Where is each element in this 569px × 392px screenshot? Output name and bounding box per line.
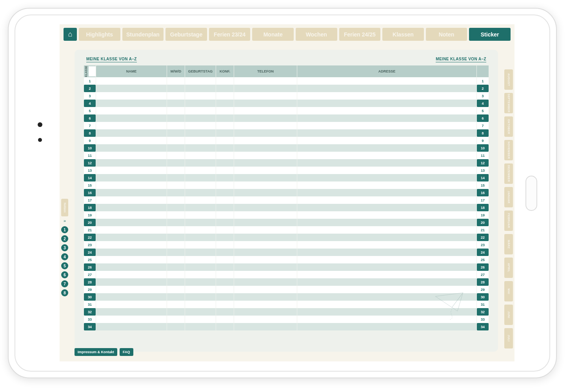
table-row[interactable]: 2929 — [84, 286, 489, 293]
table-row[interactable]: 3333 — [84, 316, 489, 323]
cell-name — [96, 129, 167, 137]
table-row[interactable]: 99 — [84, 137, 489, 144]
cell-name — [96, 77, 167, 85]
table-row[interactable]: 22 — [84, 85, 489, 92]
class-tab-5[interactable]: 5 — [61, 262, 68, 269]
cell-num: 31 — [84, 301, 96, 308]
month-tab-november[interactable]: NOVEMBER — [504, 140, 513, 160]
home-button[interactable]: ⌂ — [64, 28, 77, 41]
cell-name — [96, 152, 167, 159]
cell-geb — [185, 293, 216, 301]
cell-geb — [185, 256, 216, 263]
month-tab-oktober[interactable]: OKTOBER — [504, 116, 513, 137]
col-num-right — [477, 65, 489, 77]
table-row[interactable]: 1616 — [84, 189, 489, 196]
table-row[interactable]: 55 — [84, 107, 489, 114]
class-tab-1[interactable]: 1 — [61, 226, 68, 233]
table-row[interactable]: 2323 — [84, 241, 489, 249]
tab-wochen[interactable]: Wochen — [296, 28, 337, 41]
tab-sticker[interactable]: Sticker — [469, 28, 511, 41]
cell-konf — [216, 323, 234, 330]
table-row[interactable]: 2222 — [84, 234, 489, 241]
month-tab-januar[interactable]: JANUAR — [504, 187, 513, 207]
month-tab-juni[interactable]: JUNI — [504, 305, 513, 325]
month-tab-september[interactable]: SEPTEMBER — [504, 93, 513, 113]
cell-tel — [234, 196, 297, 204]
table-row[interactable]: 2020 — [84, 219, 489, 226]
month-tab-märz[interactable]: MÄRZ — [504, 234, 513, 254]
table-row[interactable]: 2727 — [84, 271, 489, 278]
tab-noten[interactable]: Noten — [426, 28, 467, 41]
table-row[interactable]: 66 — [84, 114, 489, 122]
table-row[interactable]: 2121 — [84, 226, 489, 234]
month-tab-april[interactable]: APRIL — [504, 258, 513, 278]
cell-num-r: 21 — [477, 226, 489, 234]
table-row[interactable]: 1515 — [84, 181, 489, 189]
table-row[interactable]: 88 — [84, 129, 489, 137]
cell-mwd — [167, 226, 185, 234]
month-tab-februar[interactable]: FEBRUAR — [504, 211, 513, 231]
tab-ferien-24-25[interactable]: Ferien 24/25 — [339, 28, 381, 41]
table-row[interactable]: 2626 — [84, 263, 489, 271]
tablet-home-button[interactable] — [525, 176, 537, 211]
class-tab-8[interactable]: 8 — [61, 289, 68, 296]
table-row[interactable]: 1818 — [84, 204, 489, 211]
month-tab-dezember[interactable]: DEZEMBER — [504, 163, 513, 184]
faq-link[interactable]: FAQ — [120, 348, 133, 356]
cell-konf — [216, 129, 234, 137]
table-row[interactable]: 1414 — [84, 174, 489, 181]
impressum-link[interactable]: Impressum & Kontakt — [75, 348, 117, 356]
table-row[interactable]: 1919 — [84, 211, 489, 219]
notizen-tab[interactable]: Notizen — [61, 199, 68, 216]
tab-klassen[interactable]: Klassen — [382, 28, 424, 41]
table-row[interactable]: 1717 — [84, 196, 489, 204]
tab-geburtstage[interactable]: Geburtstage — [165, 28, 207, 41]
cell-tel — [234, 189, 297, 196]
cell-name — [96, 85, 167, 92]
cell-name — [96, 100, 167, 107]
tab-stundenplan[interactable]: Stundenplan — [122, 28, 164, 41]
cell-tel — [234, 308, 297, 316]
table-row[interactable]: 1111 — [84, 152, 489, 159]
table-row[interactable]: 77 — [84, 122, 489, 129]
month-tab-mai[interactable]: MAI — [504, 281, 513, 301]
table-row[interactable]: 2828 — [84, 278, 489, 286]
cell-geb — [185, 114, 216, 122]
class-tab-7[interactable]: 7 — [61, 280, 68, 287]
tablet-frame: ⌂ HighlightsStundenplanGeburtstageFerien… — [8, 8, 557, 378]
cell-num-r: 24 — [477, 249, 489, 256]
month-tab-juli[interactable]: JULI — [504, 328, 513, 348]
cell-num: 21 — [84, 226, 96, 234]
table-row[interactable]: 3232 — [84, 308, 489, 316]
table-row[interactable]: 3434 — [84, 323, 489, 330]
table-row[interactable]: 44 — [84, 100, 489, 107]
cell-tel — [234, 323, 297, 330]
col-klasse: KLASSE — [84, 65, 96, 77]
tab-highlights[interactable]: Highlights — [79, 28, 120, 41]
class-tab-2[interactable]: 2 — [61, 235, 68, 242]
class-tab-4[interactable]: 4 — [61, 253, 68, 260]
month-tab-august[interactable]: AUGUST — [504, 69, 513, 90]
cell-konf — [216, 189, 234, 196]
cell-tel — [234, 77, 297, 85]
table-row[interactable]: 1212 — [84, 159, 489, 167]
table-row[interactable]: 1010 — [84, 144, 489, 152]
class-tab-3[interactable]: 3 — [61, 244, 68, 251]
table-row[interactable]: 33 — [84, 92, 489, 100]
class-tab-6[interactable]: 6 — [61, 271, 68, 278]
table-row[interactable]: 11 — [84, 77, 489, 85]
arrow-tab[interactable]: » — [61, 218, 68, 224]
klasse-input-box[interactable] — [89, 66, 96, 76]
cell-adr — [297, 234, 476, 241]
cell-num: 30 — [84, 293, 96, 301]
cell-name — [96, 323, 167, 330]
cell-tel — [234, 204, 297, 211]
table-row[interactable]: 2525 — [84, 256, 489, 263]
table-row[interactable]: 3030 — [84, 293, 489, 301]
tab-monate[interactable]: Monate — [252, 28, 294, 41]
table-row[interactable]: 3131 — [84, 301, 489, 308]
tab-ferien-23-24[interactable]: Ferien 23/24 — [209, 28, 251, 41]
table-row[interactable]: 2424 — [84, 249, 489, 256]
table-row[interactable]: 1313 — [84, 167, 489, 174]
cell-name — [96, 293, 167, 301]
